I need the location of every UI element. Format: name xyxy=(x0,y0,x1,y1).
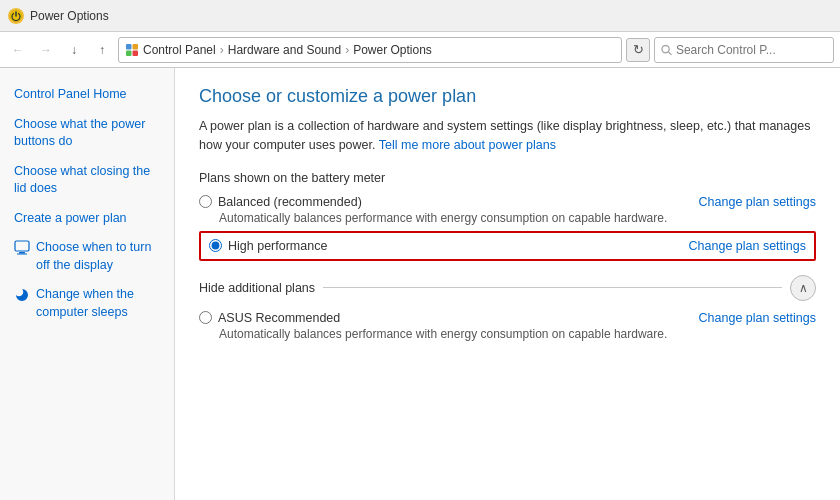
page-title: Choose or customize a power plan xyxy=(199,86,816,107)
plan-balanced-name[interactable]: Balanced (recommended) xyxy=(218,195,362,209)
search-input[interactable] xyxy=(676,43,827,57)
learn-more-link[interactable]: Tell me more about power plans xyxy=(379,138,556,152)
sleep-icon xyxy=(14,287,30,303)
sidebar-item-computer-sleeps-label: Change when the computer sleeps xyxy=(36,286,160,321)
breadcrumb-sep-1: › xyxy=(220,43,224,57)
svg-point-5 xyxy=(662,45,669,52)
svg-line-6 xyxy=(669,52,671,54)
sidebar-item-power-buttons[interactable]: Choose what the power buttons do xyxy=(0,110,174,157)
radio-balanced[interactable] xyxy=(199,195,212,208)
search-box[interactable] xyxy=(654,37,834,63)
hide-section-label: Hide additional plans xyxy=(199,281,315,295)
plan-asus-recommended: ASUS Recommended Automatically balances … xyxy=(199,311,816,341)
search-icon xyxy=(661,44,672,56)
plan-high-performance-radio-row: High performance xyxy=(209,239,327,253)
sidebar-item-turn-off-display-label: Choose when to turn off the display xyxy=(36,239,160,274)
svg-rect-2 xyxy=(133,44,139,50)
plan-balanced-desc: Automatically balances performance with … xyxy=(219,211,667,225)
sidebar-item-create-plan[interactable]: Create a power plan xyxy=(0,204,174,234)
collapse-button[interactable]: ∧ xyxy=(790,275,816,301)
radio-high-performance[interactable] xyxy=(209,239,222,252)
dropdown-button[interactable]: ↓ xyxy=(62,38,86,62)
sidebar-item-computer-sleeps[interactable]: Change when the computer sleeps xyxy=(0,280,174,327)
window-title: Power Options xyxy=(30,9,109,23)
address-bar: ← → ↓ ↑ Control Panel › Hardware and Sou… xyxy=(0,32,840,68)
plan-high-performance: High performance Change plan settings xyxy=(199,231,816,261)
plan-asus-recommended-radio-row: ASUS Recommended xyxy=(199,311,667,325)
content-description: A power plan is a collection of hardware… xyxy=(199,117,816,155)
plan-balanced-left: Balanced (recommended) Automatically bal… xyxy=(199,195,667,225)
sidebar: Control Panel Home Choose what the power… xyxy=(0,68,175,500)
svg-rect-3 xyxy=(126,50,132,56)
section-label: Plans shown on the battery meter xyxy=(199,171,816,185)
breadcrumb-control-panel[interactable]: Control Panel xyxy=(143,43,216,57)
address-path: Control Panel › Hardware and Sound › Pow… xyxy=(118,37,622,63)
forward-button[interactable]: → xyxy=(34,38,58,62)
breadcrumb-sep-2: › xyxy=(345,43,349,57)
radio-asus-recommended[interactable] xyxy=(199,311,212,324)
breadcrumb-hardware[interactable]: Hardware and Sound xyxy=(228,43,341,57)
content-area: Choose or customize a power plan A power… xyxy=(175,68,840,500)
main-container: Control Panel Home Choose what the power… xyxy=(0,68,840,500)
plan-asus-recommended-desc: Automatically balances performance with … xyxy=(219,327,667,341)
plan-balanced: Balanced (recommended) Automatically bal… xyxy=(199,195,816,225)
change-plan-asus-recommended-link[interactable]: Change plan settings xyxy=(699,311,816,325)
plan-high-performance-left: High performance xyxy=(209,239,327,253)
change-plan-high-performance-link[interactable]: Change plan settings xyxy=(689,239,806,253)
monitor-icon xyxy=(14,240,30,256)
control-panel-icon xyxy=(125,43,139,57)
plan-balanced-radio-row: Balanced (recommended) xyxy=(199,195,667,209)
title-bar: Power Options xyxy=(0,0,840,32)
hide-section-line xyxy=(323,287,782,288)
back-button[interactable]: ← xyxy=(6,38,30,62)
sidebar-item-turn-off-display[interactable]: Choose when to turn off the display xyxy=(0,233,174,280)
svg-rect-8 xyxy=(19,252,25,254)
svg-rect-1 xyxy=(126,44,132,50)
up-button[interactable]: ↑ xyxy=(90,38,114,62)
plan-asus-recommended-left: ASUS Recommended Automatically balances … xyxy=(199,311,667,341)
breadcrumb-power-options[interactable]: Power Options xyxy=(353,43,432,57)
plan-high-performance-name[interactable]: High performance xyxy=(228,239,327,253)
power-options-icon xyxy=(8,8,24,24)
svg-rect-4 xyxy=(133,50,139,56)
sidebar-item-control-panel-home[interactable]: Control Panel Home xyxy=(0,80,174,110)
plan-asus-recommended-name[interactable]: ASUS Recommended xyxy=(218,311,340,325)
hide-section: Hide additional plans ∧ xyxy=(199,275,816,301)
svg-rect-7 xyxy=(15,241,29,251)
sidebar-item-closing-lid[interactable]: Choose what closing the lid does xyxy=(0,157,174,204)
refresh-button[interactable]: ↻ xyxy=(626,38,650,62)
change-plan-balanced-link[interactable]: Change plan settings xyxy=(699,195,816,209)
